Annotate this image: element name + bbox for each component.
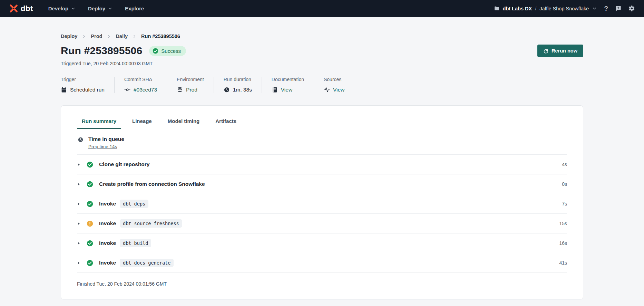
nav-menu: Develop Deploy Explore [48, 6, 144, 11]
step-command-chip: dbt build [120, 239, 151, 247]
chevron-right-icon [82, 34, 86, 39]
check-circle-icon [87, 201, 93, 207]
expand-caret-icon[interactable] [77, 222, 81, 226]
run-step-row[interactable]: Invoke dbt source freshness 15s [77, 214, 567, 233]
help-icon[interactable]: ? [604, 5, 608, 12]
step-label: Clone git repository [99, 161, 149, 168]
breadcrumb-item: Run #253895506 [141, 34, 180, 39]
run-step-row[interactable]: Clone git repository 4s [77, 155, 567, 174]
metadata-label: Commit SHA [124, 77, 157, 82]
run-detail-card: Run summary Lineage Model timing Artifac… [61, 105, 583, 299]
metadata-label: Documentation [272, 77, 304, 82]
account-project-switcher[interactable]: dbt Labs DX / Jaffle Shop Snowflake [494, 6, 597, 11]
calendar-icon [61, 87, 67, 93]
page-title: Run #253895506 [61, 45, 142, 57]
account-name: dbt Labs DX [503, 6, 532, 11]
run-step-row[interactable]: Invoke dbt docs generate 41s [77, 253, 567, 273]
nav-right: dbt Labs DX / Jaffle Shop Snowflake ? [494, 5, 635, 12]
prep-time-link[interactable]: Prep time 14s [88, 144, 124, 149]
warning-circle-icon [87, 220, 93, 227]
status-badge: Success [149, 46, 186, 56]
breadcrumb-item[interactable]: Prod [91, 34, 102, 39]
step-duration: 7s [562, 201, 567, 207]
dbt-logo[interactable]: dbt [9, 4, 33, 13]
metadata-value: #03ced73 [124, 87, 157, 93]
step-label: Invoke [99, 260, 116, 266]
database-icon [177, 87, 183, 93]
context-separator: / [535, 6, 536, 11]
step-label: Invoke [99, 201, 116, 207]
tab-artifacts[interactable]: Artifacts [211, 114, 241, 129]
title-row: Run #253895506 Success Rerun now [61, 45, 583, 57]
tab-run-summary[interactable]: Run summary [77, 114, 121, 129]
dbt-logo-text: dbt [21, 4, 33, 13]
expand-caret-icon[interactable] [77, 163, 81, 166]
settings-gear-icon[interactable] [628, 5, 635, 12]
book-icon [272, 87, 278, 93]
chevron-right-icon [107, 34, 111, 39]
expand-caret-icon[interactable] [77, 202, 81, 206]
metadata-link[interactable]: View [281, 87, 292, 93]
metadata-value: Scheduled run [61, 87, 105, 93]
feedback-chat-icon[interactable] [615, 5, 622, 12]
nav-menu-item[interactable]: Explore [125, 6, 144, 11]
nav-menu-item[interactable]: Deploy [88, 6, 113, 11]
tab-model-timing[interactable]: Model timing [163, 114, 205, 129]
step-duration: 16s [559, 240, 567, 246]
metadata-label: Sources [324, 77, 344, 82]
run-steps-list: Clone git repository 4s Create profile f… [77, 155, 567, 273]
main-content: Deploy Prod Daily Run #253895506 Run #25… [61, 34, 583, 299]
dbt-logo-icon [9, 4, 18, 13]
check-circle-icon [87, 240, 93, 247]
queue-text-block: Time in queue Prep time 14s [88, 136, 124, 149]
metadata-value: View [324, 87, 344, 93]
rerun-now-button[interactable]: Rerun now [537, 45, 583, 57]
metadata-label: Environment [177, 77, 204, 82]
time-in-queue-row: Time in queue Prep time 14s [77, 129, 567, 155]
breadcrumb-item[interactable]: Daily [116, 34, 128, 39]
metadata-label: Trigger [61, 77, 105, 82]
success-check-icon [153, 48, 158, 54]
metadata-link[interactable]: Prod [186, 87, 197, 93]
expand-caret-icon[interactable] [77, 261, 81, 265]
metadata-link[interactable]: #03ced73 [134, 87, 157, 93]
run-metadata-row: Trigger Scheduled run Commit SHA #03ced7… [61, 77, 583, 93]
metadata-value: Prod [177, 87, 204, 93]
step-command-chip: dbt source freshness [120, 219, 182, 228]
step-label: Create profile from connection Snowflake [99, 181, 205, 187]
metadata-column: Documentation View [262, 77, 314, 93]
step-duration: 4s [562, 162, 567, 167]
metadata-link[interactable]: View [333, 87, 344, 93]
rerun-button-label: Rerun now [552, 48, 577, 54]
commit-icon [124, 87, 130, 93]
folder-icon [494, 6, 500, 11]
expand-caret-icon[interactable] [77, 182, 81, 186]
step-duration: 15s [559, 221, 567, 226]
project-name: Jaffle Shop Snowflake [539, 6, 589, 11]
tab-lineage[interactable]: Lineage [127, 114, 157, 129]
rerun-icon [543, 48, 548, 54]
expand-caret-icon[interactable] [77, 241, 81, 245]
nav-menu-item-label: Deploy [88, 6, 105, 11]
chevron-down-icon [592, 6, 597, 11]
run-step-row[interactable]: Invoke dbt build 16s [77, 233, 567, 253]
finished-timestamp: Finished Tue, 20 Feb 2024 00:01:56 GMT [77, 273, 567, 287]
step-label: Invoke [99, 240, 116, 246]
step-command-chip: dbt docs generate [120, 259, 174, 267]
run-step-row[interactable]: Create profile from connection Snowflake… [77, 174, 567, 194]
step-duration: 0s [562, 181, 567, 187]
nav-menu-item-label: Explore [125, 6, 144, 11]
metadata-column: Commit SHA #03ced73 [114, 77, 167, 93]
breadcrumb: Deploy Prod Daily Run #253895506 [61, 34, 583, 39]
triggered-timestamp: Triggered Tue, 20 Feb 2024 00:00:03 GMT [61, 61, 583, 66]
metadata-value: View [272, 87, 304, 93]
pulse-icon [324, 87, 330, 93]
breadcrumb-item[interactable]: Deploy [61, 34, 77, 39]
step-duration: 41s [559, 260, 567, 266]
status-badge-label: Success [161, 48, 181, 54]
run-step-row[interactable]: Invoke dbt deps 7s [77, 194, 567, 214]
metadata-column: Sources View [314, 77, 354, 93]
check-circle-icon [87, 161, 93, 168]
nav-menu-item-label: Develop [48, 6, 68, 11]
nav-menu-item[interactable]: Develop [48, 6, 76, 11]
